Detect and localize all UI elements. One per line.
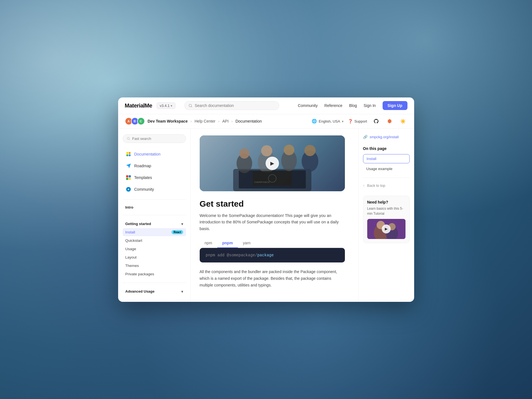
github-button[interactable] xyxy=(372,117,381,126)
link-icon xyxy=(363,135,368,139)
getting-started-label: Getting started xyxy=(125,222,151,226)
sidebar-item-community[interactable]: Community xyxy=(123,184,186,195)
fox-button[interactable] xyxy=(385,117,394,126)
page-title: Get started xyxy=(200,199,349,209)
breadcrumb-api[interactable]: API xyxy=(222,119,229,123)
version-selector[interactable]: v3.4.1 xyxy=(157,102,175,109)
signup-button[interactable]: Sign Up xyxy=(383,101,407,110)
toc-item-install[interactable]: Install xyxy=(363,154,410,163)
tab-npm[interactable]: npm xyxy=(200,238,217,248)
sidebar-section-advanced-usage[interactable]: Advanced Usage ▾ xyxy=(123,287,186,296)
help-text: Learn basics with this 5-min Tutorial xyxy=(367,206,405,216)
lang-chevron-icon xyxy=(342,119,343,123)
svg-rect-7 xyxy=(128,175,131,177)
language-label: English, USA xyxy=(319,119,340,123)
main-layout: Documentation Roadmap xyxy=(118,129,414,302)
sidebar-documentation-label: Documentation xyxy=(134,152,161,156)
sidebar-divider-3 xyxy=(123,283,186,283)
theme-toggle-button[interactable] xyxy=(399,117,407,126)
community-icon xyxy=(125,186,132,192)
nav-reference[interactable]: Reference xyxy=(324,103,342,108)
page-intro: Welcome to the SomePackage documentation… xyxy=(200,212,345,233)
version-label: v3.4.1 xyxy=(160,104,170,108)
docs-icon xyxy=(125,151,132,157)
sidebar-search[interactable] xyxy=(123,134,186,143)
sidebar-link-quickstart[interactable]: Quickstart xyxy=(123,236,186,245)
globe-icon xyxy=(312,119,317,124)
install-label: Install xyxy=(125,230,135,234)
tab-yarn[interactable]: yarn xyxy=(238,238,256,248)
sidebar-link-private-packages[interactable]: Private packages xyxy=(123,270,186,278)
svg-rect-4 xyxy=(126,154,128,156)
signin-button[interactable]: Sign In xyxy=(364,103,376,108)
themes-label: Themes xyxy=(125,264,139,268)
search-icon xyxy=(189,104,192,108)
sidebar-link-layout[interactable]: Layout xyxy=(123,253,186,261)
breadcrumb-help-center[interactable]: Help Center xyxy=(195,119,216,123)
page-body-text: All the components and the bundler are p… xyxy=(200,269,345,288)
advanced-usage-toggle-icon: ▾ xyxy=(181,289,183,294)
sidebar: Documentation Roadmap xyxy=(118,129,191,302)
toc-divider xyxy=(363,178,410,178)
search-bar[interactable] xyxy=(184,101,279,110)
right-panel: smpckg.org/install On this page Install … xyxy=(358,129,414,302)
github-icon xyxy=(373,118,379,124)
svg-rect-9 xyxy=(128,178,131,180)
layout-label: Layout xyxy=(125,255,137,259)
help-title: Need help? xyxy=(367,200,405,204)
sidebar-community-label: Community xyxy=(134,187,154,192)
help-video-thumbnail[interactable]: ▶ xyxy=(367,219,405,239)
private-packages-label: Private packages xyxy=(125,272,154,276)
toc-item-usage-example[interactable]: Usage example xyxy=(363,164,410,173)
pkg-link-label: smpckg.org/install xyxy=(370,135,399,139)
usage-label: Usage xyxy=(125,247,136,251)
workspace-name[interactable]: Dev Team Workspace xyxy=(148,119,188,123)
chevron-down-icon xyxy=(171,104,172,108)
code-block: pnpm add @somepackage/package xyxy=(200,248,345,262)
sidebar-search-input[interactable] xyxy=(132,137,182,141)
sidebar-link-themes[interactable]: Themes xyxy=(123,262,186,270)
nav-blog[interactable]: Blog xyxy=(349,103,357,108)
advanced-usage-label: Advanced Usage xyxy=(125,289,155,293)
hero-video[interactable]: CHERRYDECK ▶ xyxy=(200,135,345,191)
sidebar-roadmap-label: Roadmap xyxy=(134,164,151,168)
sidebar-templates-label: Templates xyxy=(134,175,152,180)
getting-started-toggle-icon: ▾ xyxy=(181,222,183,226)
sidebar-link-usage[interactable]: Usage xyxy=(123,245,186,253)
app-logo: MaterialMe xyxy=(125,102,152,109)
avatar-3: C xyxy=(137,117,145,125)
code-pkg: package xyxy=(257,253,274,257)
tab-pnpm[interactable]: pnpm xyxy=(217,238,238,248)
sidebar-link-install[interactable]: Install React xyxy=(123,228,186,236)
sidebar-section-getting-started[interactable]: Getting started ▾ xyxy=(123,220,186,228)
install-row: Install React xyxy=(125,230,183,234)
code-prefix: pnpm add @somepackage/ xyxy=(206,253,257,257)
templates-icon xyxy=(125,175,132,181)
pkg-link[interactable]: smpckg.org/install xyxy=(363,133,410,141)
play-button[interactable]: ▶ xyxy=(266,157,279,170)
language-selector[interactable]: English, USA xyxy=(312,119,343,124)
sidebar-item-templates[interactable]: Templates xyxy=(123,172,186,183)
back-to-top-button[interactable]: Back to top xyxy=(363,182,410,189)
sidebar-section-intro: Intro xyxy=(123,204,186,211)
back-to-top-label: Back to top xyxy=(367,183,385,188)
nav-links: Community Reference Blog Sign In Sign Up xyxy=(298,101,407,110)
code-tabs: npm pnpm yarn xyxy=(200,238,345,248)
help-play-button[interactable]: ▶ xyxy=(382,224,391,233)
sidebar-item-roadmap[interactable]: Roadmap xyxy=(123,160,186,171)
search-input[interactable] xyxy=(195,103,275,108)
fox-icon xyxy=(387,118,392,124)
sidebar-divider xyxy=(123,199,186,200)
nav-community[interactable]: Community xyxy=(298,103,318,108)
question-icon xyxy=(348,119,353,123)
support-button[interactable]: Support xyxy=(348,119,367,123)
svg-rect-6 xyxy=(126,175,128,177)
svg-rect-3 xyxy=(128,152,130,154)
svg-rect-8 xyxy=(126,178,128,180)
sidebar-item-documentation[interactable]: Documentation xyxy=(123,149,186,160)
breadcrumb-sep-2: › xyxy=(218,119,220,123)
breadcrumb-documentation[interactable]: Documentation xyxy=(235,119,262,123)
up-arrow-icon xyxy=(363,183,365,188)
breadcrumb-bar: A B C Dev Team Workspace › Help Center ›… xyxy=(118,114,414,129)
sidebar-divider-2 xyxy=(123,215,186,215)
